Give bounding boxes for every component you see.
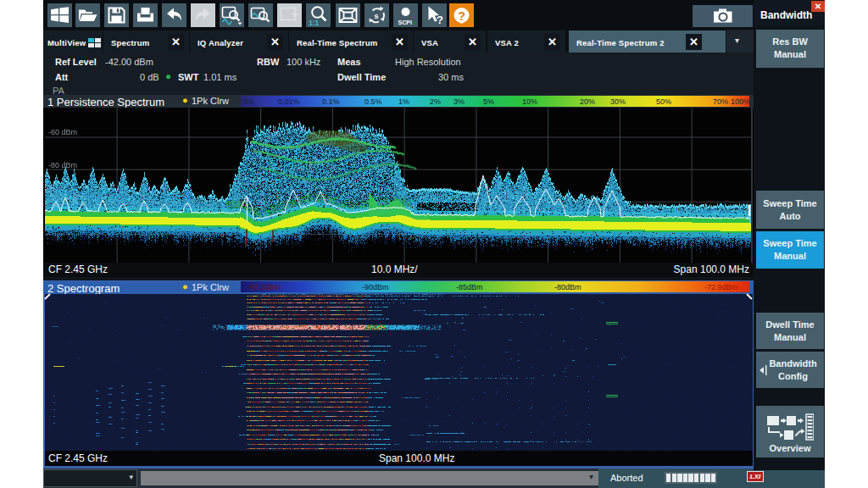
- svg-text:?: ?: [458, 8, 465, 23]
- svg-text:?: ?: [437, 14, 443, 26]
- svg-text:SCPI: SCPI: [398, 19, 412, 25]
- svg-text:1:1: 1:1: [309, 19, 320, 27]
- svg-text:s: s: [374, 12, 378, 20]
